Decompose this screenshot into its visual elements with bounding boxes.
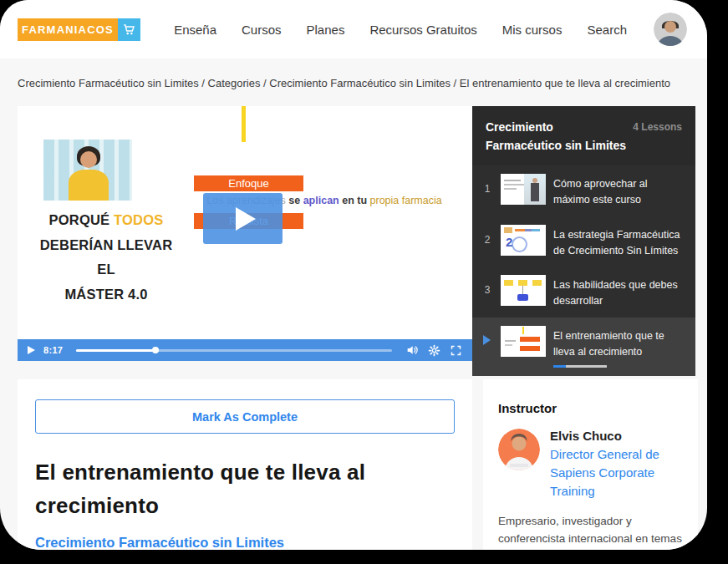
playlist-item-label: El entrenamiento que te lleva al crecimi… (553, 326, 684, 360)
presenter-shirt-art (69, 170, 109, 201)
presenter-webcam-thumbnail (43, 140, 132, 201)
course-link[interactable]: Crecimiento Farmacéutico sin Limites (35, 535, 284, 550)
headline-line3: MÁSTER 4.0 (64, 287, 147, 302)
app-window: FARMANIACOS Enseña Cursos Planes Recurso… (0, 0, 707, 550)
thumb-art (504, 227, 512, 233)
enfoque-tag: Enfoque (194, 175, 303, 191)
thumb-art (532, 280, 542, 286)
site-logo[interactable]: FARMANIACOS (18, 18, 140, 41)
slide-headline: PORQUÉ TODOS DEBERÍAN LLEVAR EL MÁSTER 4… (29, 208, 183, 307)
caption-part5: propia farmacia (370, 195, 442, 206)
current-time: 8:17 (43, 345, 63, 355)
headline-line2: DEBERÍAN LLEVAR EL (40, 237, 173, 277)
playlist-course-title: Crecimiento Farmacéutico sin Limites (486, 119, 626, 155)
nav-item-ensena[interactable]: Enseña (174, 23, 216, 37)
playlist-item-index: 2 (481, 234, 493, 246)
thumb-art (515, 229, 540, 231)
playlist-item-2[interactable]: 2 2 La estrategia Farmacéutica de Crecim… (472, 216, 695, 267)
lesson-progress-bar (553, 365, 607, 368)
thumb-art (504, 184, 524, 185)
top-nav-bar: FARMANIACOS Enseña Cursos Planes Recurso… (0, 0, 707, 58)
video-player[interactable]: PORQUÉ TODOS DEBERÍAN LLEVAR EL MÁSTER 4… (18, 106, 472, 361)
instructor-avatar[interactable] (498, 429, 540, 470)
mark-as-complete-button[interactable]: Mark As Complete (35, 399, 455, 434)
thumb-art (531, 183, 539, 201)
playlist-item-label: La estrategia Farmacéutica de Crecimient… (553, 225, 684, 259)
instructor-profile-row: Elvis Chuco Director General de Sapiens … (498, 429, 683, 500)
nav-item-mis-cursos[interactable]: Mis cursos (502, 23, 563, 37)
thumb-art (504, 180, 521, 181)
lesson-progress-fill (553, 365, 566, 368)
thumb-art (505, 340, 516, 342)
headline-pre: PORQUÉ (49, 212, 115, 227)
playlist-lessons-count: 4 Lessons (633, 121, 682, 155)
logo-text: FARMANIACOS (18, 18, 118, 41)
thumb-art (522, 327, 524, 334)
thumb-art (517, 294, 528, 301)
caption-part4: en tu (339, 195, 370, 206)
lesson-thumbnail: 2 (501, 225, 546, 256)
playlist-item-1[interactable]: 1 Cómo aprovechar al máximo este curso (472, 165, 695, 216)
lesson-thumbnail (501, 326, 546, 357)
playlist-item-3[interactable]: 3 Las habilidades que debes desarrollar (472, 267, 695, 318)
now-playing-icon (483, 335, 491, 345)
playlist-item-index: 1 (481, 183, 493, 195)
nav-item-cursos[interactable]: Cursos (242, 23, 282, 37)
playlist-item-label: Cómo aprovechar al máximo este curso (553, 174, 684, 208)
lesson-thumbnail (501, 275, 546, 306)
settings-gear-icon[interactable] (427, 343, 440, 357)
thumb-art: 2 (506, 235, 512, 249)
instructor-bio: Empresario, investigador y conferencista… (498, 513, 683, 550)
thumb-art (504, 280, 513, 286)
seek-knob[interactable] (152, 347, 159, 353)
instructor-name: Elvis Chuco (550, 429, 683, 443)
instructor-card: Instructor Elvis Chuco Director General … (483, 379, 698, 550)
seek-bar[interactable] (76, 349, 392, 352)
lesson-playlist: Crecimiento Farmacéutico sin Limites 4 L… (472, 106, 695, 361)
fullscreen-icon[interactable] (449, 343, 462, 357)
main-nav: Enseña Cursos Planes Recursos Gratuitos … (174, 13, 687, 46)
lesson-card: Mark As Complete El entrenamiento que te… (18, 379, 472, 550)
nav-item-search[interactable]: Search (587, 23, 627, 37)
volume-icon[interactable] (405, 343, 419, 357)
thumb-art (520, 346, 540, 351)
video-slide: PORQUÉ TODOS DEBERÍAN LLEVAR EL MÁSTER 4… (18, 106, 472, 339)
lesson-content-section: Mark As Complete El entrenamiento que te… (18, 379, 707, 550)
nav-item-planes[interactable]: Planes (307, 23, 345, 37)
headline-highlight: TODOS (114, 212, 163, 227)
user-avatar[interactable] (654, 13, 687, 46)
thumb-art (512, 236, 527, 252)
presenter-face-art (80, 151, 97, 168)
thumb-art (522, 286, 523, 294)
caption-part2: se (288, 195, 303, 206)
lesson-title: El entrenamiento que te lleva al crecimi… (35, 455, 455, 523)
thumb-art (505, 344, 512, 346)
lesson-thumbnail (501, 174, 546, 205)
big-play-button[interactable] (203, 193, 283, 244)
thumb-art (518, 280, 527, 286)
caption-part3: aplican (303, 195, 339, 206)
instructor-heading: Instructor (498, 401, 683, 415)
thumb-art (504, 188, 517, 190)
nav-item-recursos-gratuitos[interactable]: Recursos Gratuitos (369, 23, 476, 37)
instructor-identity: Elvis Chuco Director General de Sapiens … (550, 429, 683, 500)
play-button[interactable] (28, 346, 35, 354)
slide-yellow-line (242, 106, 246, 142)
video-section: PORQUÉ TODOS DEBERÍAN LLEVAR EL MÁSTER 4… (18, 106, 695, 361)
breadcrumb[interactable]: Crecimiento Farmacéutico sin Limites / C… (18, 77, 690, 89)
playlist-item-index: 3 (481, 284, 493, 296)
video-control-bar: 8:17 (18, 339, 472, 361)
playlist-header: Crecimiento Farmacéutico sin Limites 4 L… (472, 106, 695, 165)
thumb-art (520, 337, 540, 342)
shopping-cart-icon (118, 18, 140, 41)
playlist-item-label: Las habilidades que debes desarrollar (553, 275, 684, 309)
seek-bar-fill (76, 349, 155, 352)
instructor-role-link[interactable]: Director General de Sapiens Corporate Tr… (550, 445, 683, 500)
play-icon (236, 207, 256, 231)
playlist-item-4-active[interactable]: El entrenamiento que te lleva al crecimi… (472, 318, 695, 377)
